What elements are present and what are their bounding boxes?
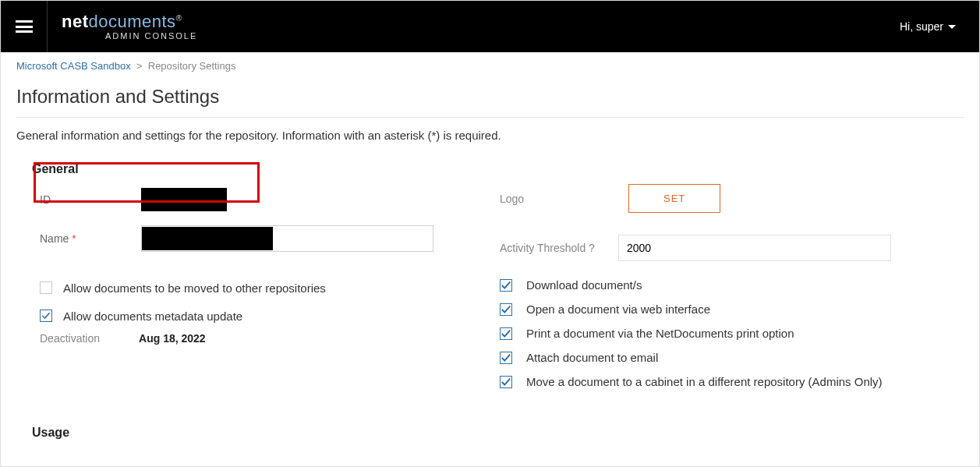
breadcrumb-current: Repository Settings <box>148 60 236 72</box>
user-menu[interactable]: Hi, super <box>900 20 979 33</box>
checkbox-allow-move[interactable] <box>40 281 52 294</box>
deactivation-value: Aug 18, 2022 <box>139 332 206 345</box>
checkbox-attach-email[interactable] <box>500 352 512 364</box>
menu-button[interactable] <box>1 1 48 52</box>
logo-bold: net <box>62 12 89 31</box>
checkbox-allow-metadata-label: Allow documents metadata update <box>63 310 242 323</box>
check-icon <box>501 304 511 315</box>
checkbox-download-label: Download document/s <box>526 278 642 292</box>
breadcrumb-sep: > <box>136 60 143 72</box>
id-highlight-box <box>34 162 260 203</box>
brand-logo: netdocuments® ADMIN CONSOLE <box>48 12 197 41</box>
activity-threshold-field[interactable] <box>618 235 891 261</box>
checkbox-print[interactable] <box>500 327 512 340</box>
chevron-down-icon <box>948 25 956 29</box>
check-icon <box>501 280 511 291</box>
breadcrumb: Microsoft CASB Sandbox > Repository Sett… <box>16 60 964 72</box>
hamburger-icon <box>16 20 33 33</box>
checkbox-print-label: Print a document via the NetDocuments pr… <box>526 327 794 340</box>
breadcrumb-link[interactable]: Microsoft CASB Sandbox <box>16 60 131 72</box>
checkbox-open-web-label: Open a document via web interface <box>526 302 710 316</box>
check-icon <box>501 328 511 339</box>
logo-label: Logo <box>500 193 628 205</box>
app-header: netdocuments® ADMIN CONSOLE Hi, super <box>1 1 979 52</box>
check-icon <box>501 352 511 363</box>
greeting-text: Hi, super <box>900 20 943 33</box>
logo-subtitle: ADMIN CONSOLE <box>62 31 197 41</box>
name-value-redacted <box>142 227 273 250</box>
checkbox-attach-email-label: Attach document to email <box>526 351 658 364</box>
page-description: General information and settings for the… <box>16 129 964 142</box>
checkbox-download[interactable] <box>500 279 512 292</box>
title-divider <box>16 117 964 118</box>
checkbox-move-cabinet-label: Move a document to a cabinet in a differ… <box>526 375 883 388</box>
checkbox-allow-move-label: Allow documents to be moved to other rep… <box>63 281 326 295</box>
check-icon <box>41 311 51 320</box>
activity-threshold-label: Activity Threshold ? <box>500 242 618 254</box>
check-icon <box>501 377 511 387</box>
name-label: Name <box>40 232 69 245</box>
checkbox-open-web[interactable] <box>500 303 512 316</box>
required-asterisk: * <box>72 232 76 245</box>
checkbox-move-cabinet[interactable] <box>500 376 512 388</box>
deactivation-label: Deactivation <box>40 332 100 345</box>
logo-reg: ® <box>176 14 182 23</box>
section-usage-heading: Usage <box>32 426 964 440</box>
set-logo-button[interactable]: SET <box>628 184 720 213</box>
logo-light: documents <box>89 12 176 31</box>
checkbox-allow-metadata[interactable] <box>40 310 52 322</box>
page-title: Information and Settings <box>16 86 964 108</box>
